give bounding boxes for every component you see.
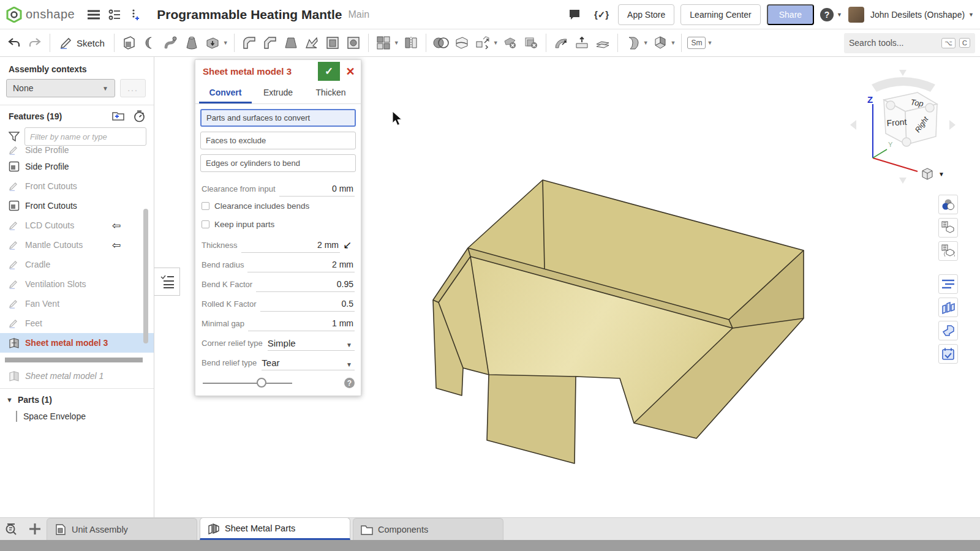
- cube-face-front-label[interactable]: Front: [886, 117, 907, 128]
- context-more-button[interactable]: ...: [120, 79, 146, 97]
- feature-row[interactable]: Cradle: [0, 255, 154, 274]
- mirror-icon[interactable]: [402, 33, 420, 53]
- configurations-panel-icon[interactable]: [938, 274, 958, 294]
- draft-icon[interactable]: [282, 33, 300, 53]
- tab-components[interactable]: Components: [353, 518, 503, 540]
- view-mode-selector[interactable]: ▼: [920, 167, 944, 181]
- rollback-history-icon[interactable]: [134, 110, 145, 122]
- part-row[interactable]: Space Envelope: [0, 407, 154, 425]
- loft-icon[interactable]: [183, 33, 201, 53]
- feature-row[interactable]: LCD Cutouts ⇦: [0, 216, 154, 235]
- clearance-input[interactable]: 0 mm: [279, 184, 355, 197]
- extrude-icon[interactable]: [120, 33, 138, 53]
- flip-direction-icon[interactable]: ↙: [340, 239, 355, 253]
- feature-row[interactable]: Fan Vent: [0, 294, 154, 313]
- new-folder-icon[interactable]: [111, 110, 125, 121]
- linear-pattern-icon[interactable]: [374, 33, 393, 53]
- move-face-icon[interactable]: [573, 33, 591, 53]
- workspace-name[interactable]: Main: [348, 9, 369, 20]
- bend-relief-type-select[interactable]: Tear ▼: [262, 358, 355, 370]
- chevron-down-icon[interactable]: ▼: [493, 40, 499, 46]
- thickness-input[interactable]: 2 mm: [241, 240, 340, 253]
- corner-relief-type-select[interactable]: Simple ▼: [268, 338, 355, 351]
- bend-k-factor-input[interactable]: 0.95: [256, 279, 355, 292]
- cancel-button[interactable]: ✕: [340, 62, 361, 81]
- feature-row[interactable]: Ventilation Slots: [0, 274, 154, 294]
- tab-convert[interactable]: Convert: [199, 83, 252, 103]
- tab-sheet-metal-parts[interactable]: Sheet Metal Parts: [200, 517, 350, 540]
- app-store-button[interactable]: App Store: [618, 4, 674, 25]
- sheet-metal-flange-icon[interactable]: [624, 33, 642, 53]
- search-tools-input[interactable]: Search tools... ⌥ C: [844, 33, 975, 53]
- assembly-context-select[interactable]: None ▼: [6, 79, 115, 97]
- redo-icon[interactable]: [26, 33, 44, 53]
- tab-thicken[interactable]: Thicken: [304, 83, 357, 103]
- user-avatar[interactable]: [848, 7, 864, 23]
- share-button[interactable]: Share: [767, 4, 814, 25]
- chevron-down-icon[interactable]: ▼: [394, 40, 399, 46]
- thicken-icon[interactable]: [203, 33, 222, 53]
- bend-radius-input[interactable]: 2 mm: [247, 260, 355, 272]
- transform-icon[interactable]: [473, 33, 492, 53]
- keep-input-parts-checkbox[interactable]: Keep input parts: [202, 215, 355, 233]
- sheet-metal-part[interactable]: [433, 180, 804, 463]
- display-states-icon[interactable]: [938, 241, 958, 261]
- sketch-button[interactable]: Sketch: [56, 33, 108, 53]
- versions-icon[interactable]: [104, 4, 125, 25]
- accept-button[interactable]: ✓: [318, 62, 340, 81]
- slider-knob[interactable]: [257, 378, 266, 388]
- parts-section-header[interactable]: ▼ Parts (1): [0, 389, 154, 407]
- comments-icon[interactable]: [564, 4, 585, 25]
- shell-icon[interactable]: [323, 33, 342, 53]
- delete-part-icon[interactable]: [501, 33, 519, 53]
- sheet-metal-corner-icon[interactable]: [651, 33, 669, 53]
- learning-center-button[interactable]: Learning Center: [680, 4, 760, 25]
- modify-fillet-icon[interactable]: [552, 33, 570, 53]
- parts-to-convert-selector[interactable]: Parts and surfaces to convert: [200, 109, 356, 127]
- tab-unit-assembly[interactable]: Unit Assembly: [47, 518, 197, 540]
- clearance-includes-bends-checkbox[interactable]: Clearance includes bends: [202, 197, 355, 215]
- faces-to-exclude-selector[interactable]: Faces to exclude: [200, 132, 356, 149]
- minimal-gap-input[interactable]: 1 mm: [248, 318, 355, 331]
- rollback-bar[interactable]: [5, 358, 143, 362]
- main-menu-icon[interactable]: [83, 4, 104, 25]
- hole-icon[interactable]: [344, 33, 363, 53]
- cube-face-top-label[interactable]: Top: [910, 97, 924, 108]
- delete-face-icon[interactable]: [522, 33, 540, 53]
- user-menu[interactable]: John Desilets (Onshape) ▼: [870, 10, 974, 20]
- chevron-down-icon[interactable]: ▼: [707, 40, 712, 46]
- feature-row[interactable]: Feet: [0, 313, 154, 333]
- boolean-icon[interactable]: [432, 33, 450, 53]
- feature-row[interactable]: Sheet metal model 1: [0, 366, 154, 386]
- view-cube[interactable]: Top Front Right Z X Y: [838, 66, 968, 189]
- tab-extrude[interactable]: Extrude: [252, 83, 304, 103]
- fillet-icon[interactable]: [240, 33, 258, 53]
- feature-row[interactable]: Mantle Cutouts ⇦: [0, 235, 154, 255]
- feature-list-flyout-toggle[interactable]: [154, 268, 180, 296]
- revolve-icon[interactable]: [141, 33, 159, 53]
- chamfer-icon[interactable]: [261, 33, 279, 53]
- flat-pattern-icon[interactable]: [938, 321, 958, 340]
- feature-row[interactable]: Front Cutouts: [0, 196, 154, 216]
- split-icon[interactable]: [453, 33, 471, 53]
- release-tasks-icon[interactable]: [938, 344, 958, 364]
- feature-list-scrollbar[interactable]: [143, 209, 148, 343]
- feature-row[interactable]: Side Profile: [0, 143, 154, 157]
- dialog-help-icon[interactable]: ?: [344, 378, 355, 388]
- sweep-icon[interactable]: [162, 33, 180, 53]
- onshape-logo[interactable]: onshape: [6, 7, 75, 23]
- insert-new-element-icon[interactable]: [125, 4, 146, 25]
- replace-face-icon[interactable]: [594, 33, 612, 53]
- filter-icon[interactable]: [9, 132, 20, 141]
- chevron-down-icon[interactable]: ▼: [671, 40, 676, 46]
- undo-icon[interactable]: [5, 33, 23, 53]
- rolled-k-factor-input[interactable]: 0.5: [260, 299, 355, 312]
- sheet-metal-mode-badge[interactable]: Sm: [687, 33, 706, 53]
- rib-icon[interactable]: [303, 33, 321, 53]
- opacity-slider[interactable]: [203, 383, 292, 384]
- search-tabs-icon[interactable]: [5, 522, 20, 536]
- appearance-panel-icon[interactable]: [938, 195, 958, 214]
- add-tab-icon[interactable]: [28, 522, 42, 536]
- chevron-down-icon[interactable]: ▼: [643, 40, 649, 46]
- edges-to-bend-selector[interactable]: Edges or cylinders to bend: [200, 154, 356, 172]
